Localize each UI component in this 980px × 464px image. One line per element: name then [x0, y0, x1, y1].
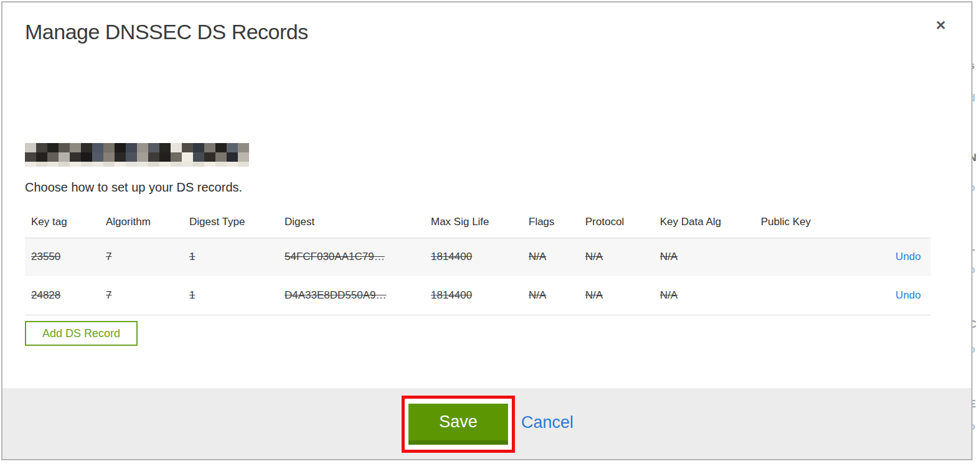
- table-header-row: Key tagAlgorithmDigest TypeDigestMax Sig…: [25, 206, 931, 238]
- table-cell: 24828: [25, 276, 106, 315]
- table-cell: N/A: [585, 238, 660, 276]
- edge-text-fragment: C: [973, 318, 976, 331]
- table-cell: N/A: [660, 276, 761, 315]
- column-header: [885, 206, 931, 238]
- edge-text-fragment: s: [973, 60, 974, 72]
- table-cell: N/A: [585, 276, 660, 315]
- table-body: 235507154FCF030AA1C79…1814400N/AN/AN/AUn…: [25, 238, 931, 315]
- pixel-row: [25, 162, 249, 167]
- table-cell: [761, 238, 885, 276]
- redacted-domain-name: [25, 143, 249, 167]
- action-cell: Undo: [885, 276, 931, 315]
- edge-text-fragment: o: [973, 343, 975, 356]
- table-cell: 7: [106, 238, 189, 276]
- page-background: sdNoLoCoEo Manage DNSSEC DS Records ✕ Ch…: [0, 0, 980, 464]
- edge-text-fragment: o: [973, 264, 975, 276]
- edge-text-fragment: E: [973, 398, 976, 411]
- table-cell: D4A33E8DD550A9…: [285, 276, 431, 315]
- table-cell: 1814400: [431, 276, 529, 315]
- dnssec-modal: Manage DNSSEC DS Records ✕ Choose how to…: [1, 1, 973, 460]
- column-header: Key Data Alg: [660, 206, 761, 238]
- undo-link[interactable]: Undo: [895, 289, 921, 301]
- modal-footer: Save Cancel: [2, 388, 971, 459]
- undo-link[interactable]: Undo: [895, 251, 921, 262]
- pixel-row: [25, 143, 249, 152]
- table-row: 235507154FCF030AA1C79…1814400N/AN/AN/AUn…: [25, 238, 931, 276]
- background-page-edge: sdNoLoCoEo: [973, 0, 980, 464]
- column-header: Key tag: [25, 206, 106, 238]
- table-cell: 1814400: [431, 238, 529, 276]
- edge-text-fragment: L: [973, 241, 975, 254]
- table-cell: 54FCF030AA1C79…: [285, 238, 431, 276]
- column-header: Public Key: [761, 206, 885, 238]
- table-cell: 23550: [25, 238, 106, 276]
- table-cell: N/A: [529, 276, 585, 315]
- edge-text-fragment: N: [973, 152, 976, 164]
- table-cell: [761, 276, 885, 315]
- edge-text-fragment: o: [973, 182, 975, 194]
- table-row: 2482871D4A33E8DD550A9…1814400N/AN/AN/AUn…: [25, 276, 931, 315]
- column-header: Protocol: [585, 206, 660, 238]
- table-cell: 1: [189, 238, 285, 276]
- table-cell: N/A: [529, 238, 585, 276]
- table-cell: N/A: [660, 238, 761, 276]
- modal-title: Manage DNSSEC DS Records: [25, 20, 308, 44]
- column-header: Digest: [285, 206, 431, 238]
- edge-text-fragment: o: [973, 420, 975, 433]
- column-header: Algorithm: [106, 206, 189, 238]
- save-button[interactable]: Save: [408, 404, 508, 445]
- edge-text-fragment: d: [973, 92, 975, 104]
- table-cell: 7: [106, 276, 189, 315]
- pixel-row: [25, 152, 249, 162]
- column-header: Flags: [529, 206, 585, 238]
- cancel-link[interactable]: Cancel: [521, 413, 573, 432]
- ds-records-table: Key tagAlgorithmDigest TypeDigestMax Sig…: [25, 206, 931, 315]
- add-ds-record-button[interactable]: Add DS Record: [25, 321, 138, 346]
- action-cell: Undo: [885, 238, 931, 276]
- table-cell: 1: [189, 276, 285, 315]
- close-icon[interactable]: ✕: [933, 17, 949, 34]
- column-header: Max Sig Life: [431, 206, 529, 238]
- column-header: Digest Type: [189, 206, 285, 238]
- instruction-text: Choose how to set up your DS records.: [25, 180, 242, 195]
- annotation-highlight-box: Save: [402, 396, 515, 453]
